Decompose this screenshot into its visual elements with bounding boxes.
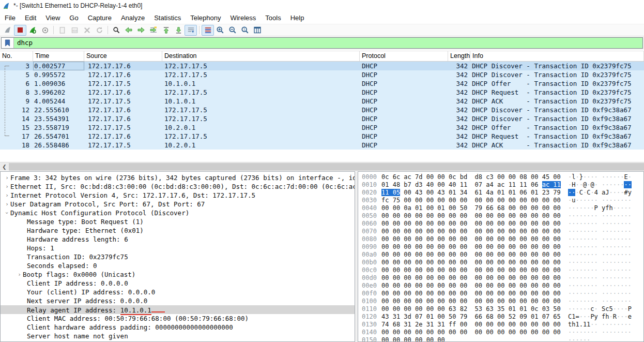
menu-statistics[interactable]: Statistics [149,12,186,23]
menu-go[interactable]: Go [65,12,83,23]
menu-view[interactable]: View [41,12,65,23]
restart-capture-button[interactable] [26,25,39,36]
display-filter-input[interactable]: dhcp [1,37,643,49]
close-capture-button[interactable] [81,25,93,36]
capture-options-button[interactable] [39,25,51,36]
hex-bytes[interactable]: 43 31 3d 07 01 00 50 79 66 68 00 52 09 0… [381,313,563,320]
hex-ascii[interactable]: ·u······ ········ [568,197,632,204]
expand-arrow-icon[interactable]: › [4,201,10,207]
detail-line[interactable]: Server host name not given [1,332,355,340]
filter-value[interactable]: dhcp [14,38,33,48]
hex-row[interactable]: 004000 00 0a 01 00 01 00 50 79 66 68 00 … [358,204,643,212]
packet-list-hscrollbar[interactable]: ❮ [0,162,644,171]
hex-bytes[interactable]: 01 48 b7 d3 40 00 40 11 07 a4 ac 11 11 0… [381,181,563,188]
hex-ascii[interactable]: ········ ········ [568,274,632,281]
hex-ascii[interactable]: ········ ········ [568,298,632,305]
auto-scroll-button[interactable] [185,25,197,36]
hex-row[interactable]: 012043 31 3d 07 01 00 50 79 66 68 00 52 … [358,313,643,320]
hex-bytes[interactable]: 00 00 00 00 00 00 00 00 00 00 00 00 00 0… [381,220,563,227]
collapse-arrow-icon[interactable]: › [4,210,10,216]
packet-row[interactable]: 1222.555610172.17.17.6172.17.17.5DHCP342… [0,106,644,114]
detail-line[interactable]: Client hardware address padding: 0000000… [1,323,355,332]
hex-row[interactable]: 002011 05 00 43 00 43 01 34 61 4a 01 01 … [358,188,643,196]
column-header-no[interactable]: No. [0,51,33,61]
zoom-in-button[interactable] [214,25,226,36]
packet-row[interactable]: 1726.554701172.17.17.6172.17.17.5DHCP342… [0,132,644,141]
hex-ascii[interactable]: ···C·C·4 aJ····#y [568,189,632,196]
start-capture-button[interactable] [2,25,14,36]
hex-ascii[interactable]: ········ ········ [568,228,632,235]
detail-line[interactable]: Hardware type: Ethernet (0x01) [1,226,355,235]
hex-row[interactable]: 014000 00 00 00 00 00 00 00 00 00 00 00 … [358,328,643,336]
hex-ascii[interactable]: ········ ········ [568,290,632,297]
detail-line[interactable]: Client MAC address: 00:50:79:66:68:00 (0… [1,314,355,323]
resize-columns-button[interactable] [251,25,264,36]
hex-bytes[interactable]: 00 00 00 00 00 00 00 00 00 00 00 00 00 0… [381,298,563,305]
menu-help[interactable]: Help [286,12,309,23]
detail-line[interactable]: Message type: Boot Request (1) [1,217,355,226]
go-first-packet-button[interactable] [160,25,172,36]
hex-ascii[interactable]: ········ ········ [568,329,632,336]
menu-telephony[interactable]: Telephony [186,12,225,23]
open-capture-button[interactable] [56,25,68,36]
detail-line[interactable]: Next server IP address: 0.0.0.0 [1,296,355,305]
menu-tools[interactable]: Tools [260,12,285,23]
detail-line[interactable]: ›Dynamic Host Configuration Protocol (Di… [1,209,355,217]
reload-capture-button[interactable] [93,25,105,36]
hex-row[interactable]: 00f000 00 00 00 00 00 00 00 00 00 00 00 … [358,289,643,297]
hex-bytes[interactable]: 00 00 00 00 00 00 [381,336,563,342]
hex-bytes[interactable]: 11 05 00 43 00 43 01 34 61 4a 01 01 06 0… [381,189,563,196]
stop-capture-button[interactable] [14,25,26,36]
detail-line[interactable]: Hops: 1 [1,244,355,252]
go-back-button[interactable] [122,25,135,36]
hex-bytes[interactable]: 00 00 00 00 00 00 00 00 00 00 00 00 00 0… [381,228,563,235]
hex-row[interactable]: 00a000 00 00 00 00 00 00 00 00 00 00 00 … [358,250,643,258]
hex-row[interactable]: 00000c 6c ac 7d 00 00 0c bd d8 c3 00 00 … [358,173,643,181]
detail-line[interactable]: ›Ethernet II, Src: 0c:bd:d8:c3:00:00 (0c… [1,182,355,191]
save-capture-button[interactable]: 010 [68,25,81,36]
scrollbar-thumb[interactable] [9,163,644,171]
hex-bytes[interactable]: 00 00 00 00 00 00 00 00 00 00 00 00 00 0… [381,329,563,336]
hex-bytes[interactable]: 00 00 00 00 00 00 63 82 53 63 35 01 01 0… [381,305,563,313]
hex-ascii[interactable]: ········ ········ [568,259,632,266]
hex-row[interactable]: 010000 00 00 00 00 00 00 00 00 00 00 00 … [358,297,643,305]
column-header-info[interactable]: Info [470,51,644,61]
menu-analyze[interactable]: Analyze [116,12,149,23]
hex-ascii[interactable]: ········ ········ [568,266,632,274]
detail-line[interactable]: Seconds elapsed: 0 [1,261,355,270]
packet-row[interactable]: 94.005244172.17.17.510.1.0.1DHCP342DHCP … [0,97,644,106]
go-to-packet-button[interactable] [147,25,160,36]
hex-bytes[interactable]: 00 00 00 00 00 00 00 00 00 00 00 00 00 0… [381,212,563,219]
go-forward-button[interactable] [135,25,147,36]
hex-ascii[interactable]: ········ ········ [568,235,632,243]
hex-row[interactable]: 008000 00 00 00 00 00 00 00 00 00 00 00 … [358,235,643,243]
hex-bytes[interactable]: 00 00 00 00 00 00 00 00 00 00 00 00 00 0… [381,290,563,297]
hex-bytes[interactable]: 00 00 00 00 00 00 00 00 00 00 00 00 00 0… [381,274,563,281]
hex-row[interactable]: 00d000 00 00 00 00 00 00 00 00 00 00 00 … [358,274,643,281]
expand-arrow-icon[interactable]: › [16,271,23,278]
packet-row[interactable]: 61.009036172.17.17.510.1.0.1DHCP342DHCP … [0,79,644,88]
hex-row[interactable]: 011000 00 00 00 00 00 63 82 53 63 35 01 … [358,305,643,313]
hex-bytes[interactable]: 00 00 00 00 00 00 00 00 00 00 00 00 00 0… [381,251,563,258]
detail-line[interactable]: ›User Datagram Protocol, Src Port: 67, D… [1,200,355,209]
detail-line[interactable]: ›Bootp flags: 0x0000 (Unicast) [1,270,355,279]
hex-row[interactable]: 00b000 00 00 00 00 00 00 00 00 00 00 00 … [358,258,643,266]
detail-line[interactable]: Relay agent IP address: 10.1.0.1 [1,305,355,314]
column-header-source[interactable]: Source [84,51,162,61]
packet-row[interactable]: 1826.558486172.17.17.510.2.0.1DHCP342DHC… [0,141,644,150]
filter-bookmark-button[interactable] [2,38,14,48]
hex-ascii[interactable]: th1.11·· ········ [568,321,632,328]
hex-bytes[interactable]: 00 00 0a 01 00 01 00 50 79 66 68 00 00 0… [381,204,563,212]
detail-line[interactable]: Hardware address length: 6 [1,235,355,244]
hex-row[interactable]: 006000 00 00 00 00 00 00 00 00 00 00 00 … [358,219,643,227]
hex-row[interactable]: 009000 00 00 00 00 00 00 00 00 00 00 00 … [358,243,643,250]
expand-arrow-icon[interactable]: › [4,192,10,199]
detail-line[interactable]: Client IP address: 0.0.0.0 [1,279,355,288]
detail-line[interactable]: ›Frame 3: 342 bytes on wire (2736 bits),… [1,173,355,182]
hex-row[interactable]: 00e000 00 00 00 00 00 00 00 00 00 00 00 … [358,281,643,289]
hex-ascii[interactable]: ········ ········ [568,251,632,258]
packet-row[interactable]: 83.996202172.17.17.6172.17.17.5DHCP342DH… [0,88,644,97]
hex-ascii[interactable]: ·H··@·@· ········ [568,181,632,188]
hex-bytes[interactable]: 0c 6c ac 7d 00 00 0c bd d8 c3 00 00 08 0… [381,173,563,181]
hex-bytes[interactable]: 00 00 00 00 00 00 00 00 00 00 00 00 00 0… [381,282,563,289]
